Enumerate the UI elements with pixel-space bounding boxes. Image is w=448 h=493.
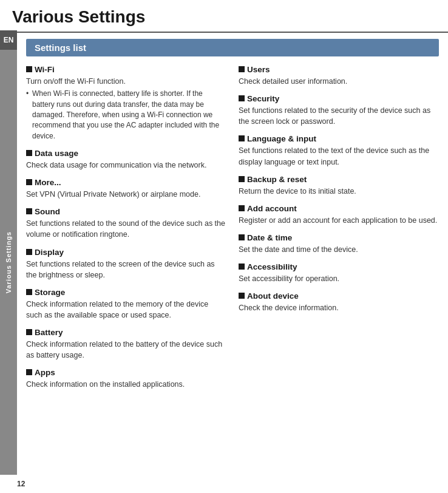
setting-item: More... Set VPN (Virtual Private Network… — [26, 178, 226, 200]
bullet-icon — [26, 208, 32, 214]
setting-desc: Check information related to the battery… — [26, 339, 226, 361]
setting-title-text: Battery — [35, 328, 63, 337]
setting-item: Security Set functions related to the se… — [239, 94, 439, 127]
setting-desc: Check detailed user information. — [239, 76, 439, 87]
bullet-icon — [239, 205, 245, 211]
setting-item: Storage Check information related to the… — [26, 288, 226, 321]
setting-title-text: Accessibility — [247, 262, 297, 271]
setting-title: Battery — [26, 328, 226, 337]
setting-item: Sound Set functions related to the sound… — [26, 207, 226, 240]
setting-title: Add account — [239, 204, 439, 213]
setting-title: Users — [239, 65, 439, 74]
setting-item: Battery Check information related to the… — [26, 328, 226, 361]
setting-title: Wi-Fi — [26, 65, 226, 74]
setting-title-text: Date & time — [247, 233, 292, 242]
bullet-icon — [26, 249, 32, 255]
setting-desc: Return the device to its initial state. — [239, 186, 439, 197]
setting-desc: Turn on/off the Wi-Fi function. — [26, 76, 226, 87]
two-column-layout: Wi-Fi Turn on/off the Wi-Fi function.Whe… — [26, 65, 439, 489]
setting-title-text: Storage — [35, 288, 65, 297]
setting-item: Accessibility Set accessibility for oper… — [239, 262, 439, 284]
setting-item: Users Check detailed user information. — [239, 65, 439, 87]
left-column: Wi-Fi Turn on/off the Wi-Fi function.Whe… — [26, 65, 226, 489]
setting-title-text: Users — [247, 65, 270, 74]
wifi-sub-note: When Wi-Fi is connected, battery life is… — [26, 89, 226, 141]
setting-desc: Set accessibility for operation. — [239, 273, 439, 284]
setting-item: Apps Check information on the installed … — [26, 368, 226, 390]
setting-item: Language & input Set functions related t… — [239, 134, 439, 167]
setting-title-text: Add account — [247, 204, 297, 213]
bullet-icon — [239, 264, 245, 270]
bullet-icon — [239, 95, 245, 101]
main-content: Settings list Wi-Fi Turn on/off the Wi-F… — [17, 33, 448, 493]
bullet-icon — [26, 329, 32, 335]
setting-desc: Check data usage for communication via t… — [26, 160, 226, 171]
setting-title: Storage — [26, 288, 226, 297]
setting-desc: Set functions related to the screen of t… — [26, 259, 226, 280]
setting-item: Wi-Fi Turn on/off the Wi-Fi function.Whe… — [26, 65, 226, 141]
bullet-icon — [239, 135, 245, 141]
right-column: Users Check detailed user information. S… — [239, 65, 439, 489]
setting-title-text: Display — [35, 248, 64, 257]
setting-desc: Set functions related to the sound of th… — [26, 218, 226, 240]
setting-desc: Set functions related to the text of the… — [239, 145, 439, 167]
setting-item: Date & time Set the date and time of the… — [239, 233, 439, 255]
bullet-icon — [239, 176, 245, 182]
setting-title: Display — [26, 248, 226, 257]
setting-title: Language & input — [239, 134, 439, 143]
page-title: Various Settings — [0, 0, 448, 33]
sidebar-label: Various Settings — [0, 50, 17, 475]
bullet-icon — [239, 293, 245, 299]
bullet-icon — [26, 179, 32, 185]
setting-title: Date & time — [239, 233, 439, 242]
bullet-icon — [239, 234, 245, 240]
bullet-icon — [26, 369, 32, 375]
setting-title: More... — [26, 178, 226, 187]
setting-desc: Check information related to the memory … — [26, 299, 226, 321]
setting-title-text: About device — [247, 291, 299, 301]
setting-title: Data usage — [26, 149, 226, 158]
en-label-text: EN — [4, 36, 14, 44]
setting-item: Display Set functions related to the scr… — [26, 248, 226, 280]
setting-desc: Check information on the installed appli… — [26, 379, 226, 390]
bullet-icon — [26, 289, 32, 295]
setting-title: Accessibility — [239, 262, 439, 271]
bullet-icon — [26, 66, 32, 72]
setting-item: Backup & reset Return the device to its … — [239, 175, 439, 197]
setting-title-text: Sound — [35, 207, 60, 216]
setting-title-text: Backup & reset — [247, 175, 307, 184]
page-number: 12 — [17, 480, 25, 488]
settings-list-header: Settings list — [26, 39, 439, 56]
setting-title: About device — [239, 291, 439, 301]
setting-item: Add account Register or add an account f… — [239, 204, 439, 226]
setting-title-text: Security — [247, 94, 279, 103]
setting-desc: Set VPN (Virtual Private Network) or air… — [26, 189, 226, 200]
setting-title: Sound — [26, 207, 226, 216]
setting-title: Backup & reset — [239, 175, 439, 184]
bullet-icon — [26, 150, 32, 156]
setting-title-text: Language & input — [247, 134, 316, 143]
setting-item: Data usage Check data usage for communic… — [26, 149, 226, 171]
setting-desc: Register or add an account for each appl… — [239, 215, 439, 226]
bullet-icon — [239, 66, 245, 72]
setting-title: Apps — [26, 368, 226, 377]
setting-title-text: More... — [35, 178, 61, 187]
setting-title-text: Apps — [35, 368, 55, 377]
setting-item: About device Check the device informatio… — [239, 291, 439, 313]
setting-title-text: Wi-Fi — [35, 65, 55, 74]
setting-desc: Set the date and time of the device. — [239, 244, 439, 255]
setting-title: Security — [239, 94, 439, 103]
sidebar-rotated-text: Various Settings — [5, 231, 12, 293]
setting-title-text: Data usage — [35, 149, 78, 158]
setting-desc: Check the device information. — [239, 302, 439, 313]
en-label: EN — [0, 30, 17, 50]
setting-desc: Set functions related to the security of… — [239, 105, 439, 127]
